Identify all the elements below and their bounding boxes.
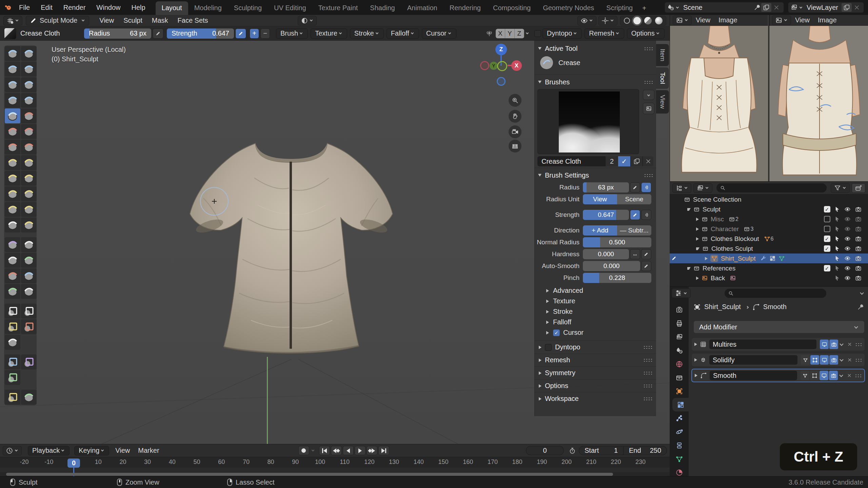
dyntopo-checkbox[interactable] <box>534 30 541 37</box>
menu-file[interactable]: File <box>14 4 35 12</box>
duplicate-brush-button[interactable] <box>630 156 643 166</box>
eye-toggle[interactable] <box>843 275 852 281</box>
active-tool-panel-header[interactable]: Active Tool <box>535 43 656 54</box>
pin-icon[interactable] <box>857 303 865 311</box>
camera-toggle[interactable] <box>854 245 863 252</box>
viewport-menu-mask[interactable]: Mask <box>147 17 173 24</box>
expand-arrow[interactable] <box>687 208 691 211</box>
pointer-toggle[interactable] <box>833 236 842 242</box>
strength-pressure-button[interactable] <box>235 28 246 39</box>
outliner-row-character[interactable]: Character3 <box>670 224 868 234</box>
pin-icon[interactable] <box>754 4 761 11</box>
collection-checkbox[interactable]: ✓ <box>823 245 831 252</box>
editor-type-button[interactable] <box>672 183 691 193</box>
tool-draw[interactable] <box>5 46 20 61</box>
remesh-dropdown[interactable]: Remesh <box>585 28 624 39</box>
camera-toggle[interactable] <box>854 216 863 222</box>
tool-mask[interactable] <box>5 253 20 268</box>
workspace-tab-compositing[interactable]: Compositing <box>487 1 537 15</box>
add-direction-button[interactable]: + <box>250 28 259 39</box>
texture-panel-dropdown[interactable]: Texture <box>311 28 347 39</box>
timeline-scrollbar[interactable] <box>6 473 613 476</box>
subpanel-cursor[interactable]: ✓Cursor <box>535 327 656 338</box>
image-menu-image[interactable]: Image <box>814 16 841 24</box>
delete-viewlayer-button[interactable] <box>852 3 862 12</box>
mode-dropdown[interactable]: Sculpt Mode <box>26 16 89 25</box>
pointer-toggle[interactable] <box>833 245 842 252</box>
timeline-ruler[interactable]: -20-100102030405060708090100110120130140… <box>0 457 670 468</box>
tool-nudge[interactable] <box>5 202 20 217</box>
outliner-row-references[interactable]: References✓ <box>670 263 868 273</box>
workspace-tab-rendering[interactable]: Rendering <box>443 1 487 15</box>
expand-arrow[interactable] <box>694 343 697 346</box>
subpanel-stroke[interactable]: Stroke <box>535 306 656 317</box>
panel-grip[interactable] <box>644 47 653 50</box>
direction-option-subtr[interactable]: — Subtr... <box>617 225 651 236</box>
panel-remesh[interactable]: Remesh <box>535 353 656 366</box>
tab-modifier-properties[interactable] <box>672 398 689 411</box>
vgroup-toggle[interactable] <box>801 371 809 380</box>
workspace-tab-texture-paint[interactable]: Texture Paint <box>312 1 364 15</box>
pinch-slider[interactable]: 0.228 <box>583 273 651 283</box>
panel-workspace[interactable]: Workspace <box>535 392 656 405</box>
editmode-toggle[interactable] <box>810 371 819 380</box>
radius-pressure-button[interactable] <box>153 28 163 39</box>
unlink-brush-button[interactable] <box>643 156 653 166</box>
pointer-toggle[interactable] <box>833 226 842 232</box>
play-reverse-button[interactable] <box>343 446 354 455</box>
tab-object-properties[interactable] <box>670 384 689 398</box>
delete-scene-button[interactable] <box>771 3 782 12</box>
editor-type-button[interactable] <box>3 446 22 455</box>
drag-handle[interactable] <box>855 358 862 362</box>
outliner-row-sculpt[interactable]: Sculpt✓ <box>670 204 868 214</box>
workspace-tab-shading[interactable]: Shading <box>364 1 401 15</box>
workspace-tab-sculpting[interactable]: Sculpting <box>228 1 268 15</box>
tool-displacement-smear[interactable] <box>21 268 37 283</box>
panel-grip[interactable] <box>644 80 653 84</box>
delete-modifier-button[interactable] <box>847 357 852 363</box>
modifier-extras-chevron[interactable] <box>840 342 843 346</box>
workspace-tab-geometry-nodes[interactable]: Geometry Nodes <box>537 1 600 15</box>
tool-displacement-eraser[interactable] <box>5 268 20 283</box>
vgroup-toggle[interactable] <box>801 355 810 365</box>
radius-unit-option-scene[interactable]: Scene <box>617 194 651 204</box>
tool-box-hide[interactable] <box>21 304 37 319</box>
gizmo-z-neg-axis[interactable] <box>497 77 506 86</box>
modifier-multires[interactable]: Multires <box>691 338 865 351</box>
mirror-more-chevron[interactable] <box>526 32 529 34</box>
tool-line-project[interactable] <box>5 335 20 350</box>
tab-world-properties[interactable] <box>670 357 689 371</box>
eye-toggle[interactable] <box>843 226 852 232</box>
new-collection-button[interactable] <box>852 183 865 193</box>
gizmo-y-axis[interactable]: Y <box>490 62 498 70</box>
tool-layer[interactable] <box>21 77 37 92</box>
add-workspace-button[interactable]: + <box>639 2 650 15</box>
tool-boundary[interactable] <box>21 218 37 232</box>
new-viewlayer-button[interactable] <box>842 3 852 12</box>
workspace-tab-layout[interactable]: Layout <box>156 1 188 15</box>
direction-option-add[interactable]: + Add <box>583 225 617 236</box>
gizmo-x-axis[interactable]: X <box>511 60 522 71</box>
editor-type-button[interactable] <box>673 16 692 25</box>
camera-toggle[interactable] <box>854 255 863 262</box>
playhead[interactable]: 0 <box>67 459 80 468</box>
modifier-solidify[interactable]: Solidify <box>691 353 865 367</box>
modifier-extras-chevron[interactable] <box>839 373 843 377</box>
mirror-x-toggle[interactable]: X <box>496 29 505 38</box>
tab-viewlayer-properties[interactable] <box>670 330 689 344</box>
outliner-item-label[interactable]: Scene Collection <box>693 196 742 203</box>
pressure-icon[interactable] <box>641 210 651 220</box>
pointer-toggle[interactable] <box>833 216 842 222</box>
material-shading-button[interactable] <box>644 17 652 24</box>
subtract-direction-button[interactable]: − <box>260 28 270 39</box>
show-overlays-button[interactable] <box>577 16 596 25</box>
eye-toggle[interactable] <box>843 206 852 212</box>
s hirt-model[interactable] <box>170 130 414 364</box>
tool-smooth[interactable] <box>21 108 37 123</box>
tool-pose[interactable] <box>21 186 37 201</box>
editor-type-button[interactable] <box>3 16 22 25</box>
collection-checkbox[interactable]: ✓ <box>823 206 831 212</box>
expand-arrow[interactable] <box>696 227 699 231</box>
brush-settings-panel-header[interactable]: Brush Settings <box>535 169 656 181</box>
menu-render[interactable]: Render <box>58 4 91 12</box>
